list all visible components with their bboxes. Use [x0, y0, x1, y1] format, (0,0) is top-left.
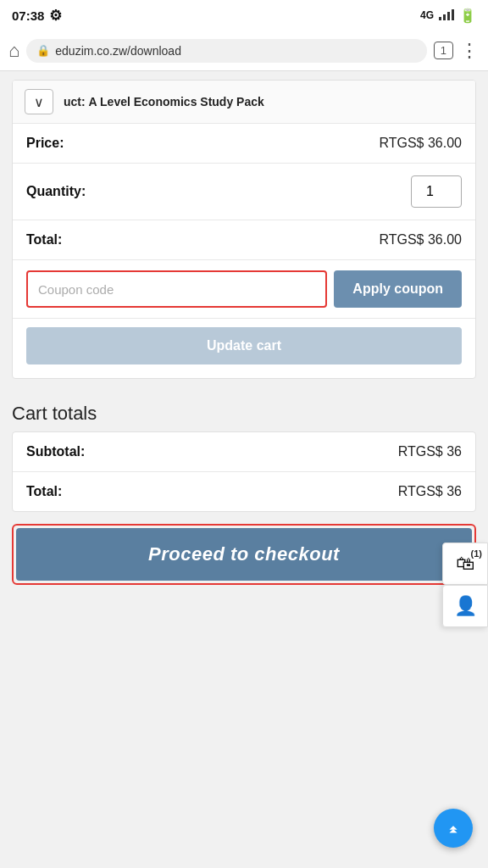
cart-badge: (1)	[471, 548, 482, 559]
battery-icon: 🔋	[459, 8, 476, 24]
status-icons: 4G 🔋	[420, 8, 476, 24]
cart-float-icon[interactable]: 🛍 (1)	[442, 542, 488, 585]
scroll-to-top-button[interactable]	[434, 809, 473, 848]
url-text: eduzim.co.zw/download	[55, 44, 181, 58]
product-header-text: uct: A Level Economics Study Pack	[64, 95, 264, 108]
product-header-label: uct:	[64, 95, 86, 108]
cart-total-value: RTGS$ 36	[398, 484, 462, 499]
scroll-top-arrows-icon	[444, 819, 463, 837]
cart-total-row: Total: RTGS$ 36	[13, 472, 475, 511]
signal-icon	[439, 8, 454, 23]
tab-count[interactable]: 1	[434, 42, 453, 59]
coupon-row: Apply coupon	[13, 260, 475, 319]
product-header-value: A Level Economics Study Pack	[89, 95, 264, 108]
cart-totals-title: Cart totals	[0, 387, 488, 431]
home-icon[interactable]: ⌂	[8, 40, 19, 62]
checkout-section: Proceed to checkout	[0, 512, 488, 600]
browser-menu-icon[interactable]: ⋮	[460, 40, 480, 62]
card-header: ∨ uct: A Level Economics Study Pack	[13, 81, 475, 124]
price-label: Price:	[26, 136, 64, 151]
network-label: 4G	[420, 9, 434, 21]
cart-totals-card: Subtotal: RTGS$ 36 Total: RTGS$ 36	[12, 431, 476, 512]
checkout-btn-wrapper: Proceed to checkout	[12, 524, 476, 585]
quantity-input[interactable]	[411, 175, 462, 208]
chevron-down-icon: ∨	[34, 94, 44, 110]
subtotal-label: Subtotal:	[26, 444, 85, 459]
status-time-area: 07:38 ⚙	[12, 7, 62, 25]
cart-total-label: Total:	[26, 484, 62, 499]
quantity-row: Quantity:	[13, 164, 475, 220]
total-row: Total: RTGS$ 36.00	[13, 220, 475, 260]
subtotal-row: Subtotal: RTGS$ 36	[13, 432, 475, 472]
account-icon: 👤	[454, 595, 477, 617]
quantity-label: Quantity:	[26, 184, 86, 199]
account-float-icon[interactable]: 👤	[442, 585, 488, 627]
address-bar[interactable]: 🔒 eduzim.co.zw/download	[26, 39, 426, 63]
time-display: 07:38	[12, 8, 44, 23]
product-card: ∨ uct: A Level Economics Study Pack Pric…	[12, 80, 476, 379]
total-label: Total:	[26, 232, 62, 248]
page-content: ∨ uct: A Level Economics Study Pack Pric…	[0, 80, 488, 600]
price-value: RTGS$ 36.00	[379, 136, 462, 151]
proceed-to-checkout-button[interactable]: Proceed to checkout	[16, 528, 472, 581]
update-cart-row: Update cart	[13, 319, 475, 378]
floating-icons-panel: 🛍 (1) 👤	[442, 542, 488, 627]
status-bar: 07:38 ⚙ 4G 🔋	[0, 0, 488, 31]
subtotal-value: RTGS$ 36	[398, 444, 462, 459]
lock-icon: 🔒	[36, 44, 50, 57]
apply-coupon-button[interactable]: Apply coupon	[334, 270, 462, 308]
price-row: Price: RTGS$ 36.00	[13, 124, 475, 164]
settings-icon: ⚙	[49, 7, 62, 25]
collapse-button[interactable]: ∨	[25, 89, 53, 114]
coupon-input[interactable]	[26, 270, 327, 308]
total-value: RTGS$ 36.00	[379, 232, 462, 248]
browser-bar: ⌂ 🔒 eduzim.co.zw/download 1 ⋮	[0, 31, 488, 71]
update-cart-button[interactable]: Update cart	[26, 327, 462, 364]
